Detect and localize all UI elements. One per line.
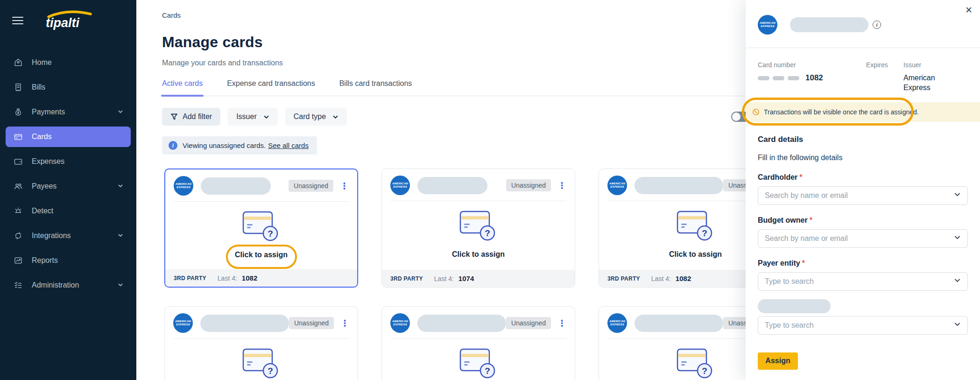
sidebar-item-payments[interactable]: Payments bbox=[6, 102, 131, 122]
card-network: 3RD PARTY bbox=[390, 275, 423, 282]
amex-logo-icon: AMERICANEXPRESS bbox=[390, 176, 410, 195]
click-to-assign-button[interactable]: Click to assign bbox=[165, 251, 357, 259]
chevron-down-icon bbox=[118, 108, 123, 116]
sidebar-item-detect[interactable]: Detect bbox=[6, 201, 131, 221]
redacted-field-label-placeholder bbox=[758, 299, 831, 313]
sidebar-item-label: Integrations bbox=[32, 232, 71, 240]
assign-button[interactable]: Assign bbox=[758, 352, 798, 370]
amex-logo-icon: AMERICANEXPRESS bbox=[173, 313, 193, 333]
sidebar-item-label: Expenses bbox=[32, 157, 64, 166]
sidebar-item-expenses[interactable]: Expenses bbox=[6, 151, 131, 172]
svg-text:?: ? bbox=[485, 228, 490, 238]
chevron-down-icon bbox=[118, 232, 123, 240]
sidebar-item-reports[interactable]: Reports bbox=[6, 250, 131, 271]
unassigned-card-illustration: ? bbox=[382, 346, 575, 380]
integrations-icon bbox=[13, 231, 23, 241]
redacted-cardname-placeholder bbox=[635, 177, 723, 194]
card-details-subtitle: Fill in the following details bbox=[758, 154, 968, 162]
sidebar-item-label: Bills bbox=[32, 83, 45, 91]
issuer-value: American Express bbox=[903, 73, 955, 93]
reports-icon bbox=[13, 255, 23, 266]
sidebar-nav: Home Bills Payments Cards Expenses Payee… bbox=[0, 52, 136, 296]
sidebar-item-cards[interactable]: Cards bbox=[6, 127, 131, 147]
unassigned-card-illustration: ? bbox=[165, 209, 357, 243]
status-badge: Unassigned bbox=[506, 179, 551, 191]
card-tile[interactable]: AMERICANEXPRESS Unassigned ⋮ ? Click to … bbox=[381, 169, 575, 288]
status-badge: Unassigned bbox=[289, 317, 334, 329]
cardholder-select[interactable]: Search by name or email bbox=[758, 186, 968, 205]
tab-expense-card-transactions[interactable]: Expense card transactions bbox=[227, 79, 315, 96]
card-tile[interactable]: AMERICANEXPRESS Unassigned ⋮ ? bbox=[164, 306, 358, 380]
kebab-menu-icon[interactable]: ⋮ bbox=[557, 319, 566, 328]
card-type-dropdown[interactable]: Card type bbox=[285, 108, 347, 126]
amex-logo-icon: AMERICANEXPRESS bbox=[758, 15, 777, 35]
sidebar-item-label: Payees bbox=[32, 182, 56, 190]
payer-entity-select[interactable]: Type to search bbox=[758, 272, 968, 291]
redacted-cardname-placeholder bbox=[635, 315, 723, 332]
budget-owner-select[interactable]: Search by name or email bbox=[758, 229, 968, 248]
click-to-assign-button[interactable]: Click to assign bbox=[382, 250, 575, 259]
tab-active-cards[interactable]: Active cards bbox=[162, 79, 203, 96]
svg-text:?: ? bbox=[485, 366, 490, 376]
sidebar-item-administration[interactable]: Administration bbox=[6, 275, 131, 296]
sidebar-item-label: Cards bbox=[32, 133, 52, 141]
sidebar-item-bills[interactable]: Bills bbox=[6, 77, 131, 98]
issuer-dropdown[interactable]: Issuer bbox=[228, 108, 278, 126]
cardholder-label: Cardholder* bbox=[758, 173, 968, 182]
additional-select[interactable]: Type to search bbox=[758, 316, 968, 335]
tab-bills-card-transactions[interactable]: Bills card transactions bbox=[339, 79, 412, 96]
banner-text: Viewing unassigned cards. bbox=[183, 141, 266, 149]
unassigned-card-illustration: ? bbox=[165, 346, 358, 380]
card-last4: 1074 bbox=[458, 274, 474, 282]
status-badge: Unassigned bbox=[289, 180, 333, 192]
page-subtitle: Manage your cards and transactions bbox=[162, 59, 283, 67]
card-last4: 1082 bbox=[805, 73, 823, 83]
chevron-down-icon bbox=[954, 234, 961, 243]
chevron-down-icon bbox=[954, 191, 961, 200]
redacted-cardname-placeholder bbox=[417, 315, 506, 332]
svg-text:?: ? bbox=[268, 229, 273, 239]
redacted-cardname-placeholder bbox=[417, 177, 487, 194]
bills-icon bbox=[13, 82, 23, 92]
unassigned-card-illustration: ? bbox=[382, 209, 575, 242]
breadcrumb: Cards bbox=[162, 11, 181, 19]
redacted-cardname-placeholder bbox=[201, 177, 271, 195]
tipalti-logo[interactable]: tipalti bbox=[42, 10, 97, 31]
svg-text:tipalti: tipalti bbox=[46, 16, 79, 30]
svg-text:?: ? bbox=[702, 228, 707, 238]
expenses-icon bbox=[13, 156, 23, 167]
sidebar-item-payees[interactable]: Payees bbox=[6, 176, 131, 197]
budget-owner-label: Budget owner* bbox=[758, 216, 968, 225]
see-all-cards-link[interactable]: See all cards bbox=[268, 141, 309, 149]
page-title: Manage cards bbox=[162, 34, 263, 51]
assign-card-panel: ✕ AMERICANEXPRESS i Card number 1082 Exp… bbox=[746, 0, 980, 380]
hamburger-menu-icon[interactable] bbox=[12, 14, 23, 27]
sidebar-item-label: Home bbox=[32, 58, 52, 67]
chevron-down-icon bbox=[118, 281, 123, 289]
card-tile[interactable]: AMERICANEXPRESS Unassigned ⋮ ? Click to … bbox=[164, 169, 358, 288]
kebab-menu-icon[interactable]: ⋮ bbox=[340, 319, 349, 328]
sidebar-item-home[interactable]: Home bbox=[6, 52, 131, 73]
redacted-cardname-placeholder bbox=[200, 315, 289, 332]
payees-icon bbox=[13, 181, 23, 191]
info-icon[interactable]: i bbox=[873, 21, 881, 29]
kebab-menu-icon[interactable]: ⋮ bbox=[340, 182, 349, 190]
kebab-menu-icon[interactable]: ⋮ bbox=[557, 181, 566, 190]
close-icon[interactable]: ✕ bbox=[965, 5, 973, 15]
transactions-note: Transactions will be visible once the ca… bbox=[746, 102, 980, 122]
add-filter-button[interactable]: Add filter bbox=[162, 108, 220, 126]
chevron-down-icon bbox=[954, 277, 961, 286]
sidebar-item-label: Administration bbox=[32, 281, 79, 289]
card-last4: 1082 bbox=[242, 274, 257, 282]
payments-icon bbox=[13, 107, 23, 117]
chevron-down-icon bbox=[118, 182, 123, 190]
payer-entity-label: Payer entity* bbox=[758, 259, 968, 267]
status-badge: Unassigned bbox=[506, 317, 551, 329]
expires-label: Expires bbox=[866, 61, 903, 69]
amex-logo-icon: AMERICANEXPRESS bbox=[607, 313, 627, 333]
blocked-icon bbox=[752, 108, 760, 116]
card-tile[interactable]: AMERICANEXPRESS Unassigned ⋮ ? bbox=[381, 306, 575, 380]
sidebar-item-integrations[interactable]: Integrations bbox=[6, 225, 131, 246]
unassigned-cards-banner: i Viewing unassigned cards. See all card… bbox=[162, 136, 317, 155]
sidebar-item-label: Reports bbox=[32, 256, 58, 265]
